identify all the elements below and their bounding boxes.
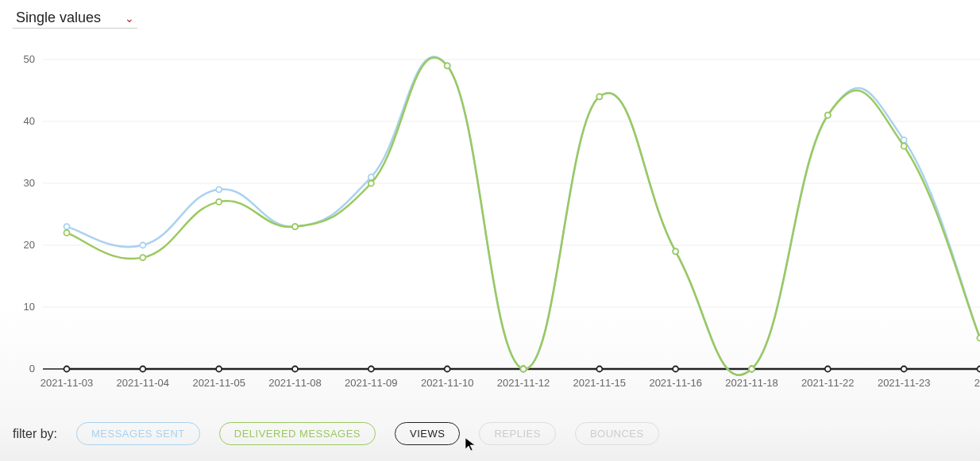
- svg-text:2021-11-12: 2021-11-12: [497, 377, 550, 389]
- data-point[interactable]: [825, 367, 831, 372]
- svg-text:20: 20: [974, 377, 980, 389]
- data-point[interactable]: [216, 367, 222, 372]
- data-point[interactable]: [216, 199, 222, 205]
- data-point[interactable]: [901, 144, 907, 149]
- svg-text:40: 40: [24, 115, 35, 127]
- data-point[interactable]: [368, 367, 374, 372]
- data-point[interactable]: [596, 367, 602, 372]
- chart: 010203040502021-11-032021-11-042021-11-0…: [11, 44, 980, 401]
- data-point[interactable]: [140, 367, 145, 372]
- svg-text:2021-11-15: 2021-11-15: [573, 377, 627, 389]
- data-point[interactable]: [978, 336, 981, 341]
- data-point[interactable]: [216, 186, 222, 192]
- filter-label: filter by:: [13, 427, 57, 441]
- data-point[interactable]: [978, 367, 981, 372]
- data-point[interactable]: [140, 255, 145, 260]
- svg-text:50: 50: [24, 53, 35, 65]
- svg-text:2021-11-04: 2021-11-04: [117, 377, 170, 389]
- data-point[interactable]: [445, 367, 450, 372]
- data-point[interactable]: [901, 367, 907, 372]
- data-point[interactable]: [64, 367, 70, 372]
- svg-text:0: 0: [29, 363, 35, 375]
- data-point[interactable]: [292, 367, 298, 372]
- data-point[interactable]: [445, 63, 450, 68]
- svg-text:2021-11-08: 2021-11-08: [268, 377, 322, 389]
- data-point[interactable]: [673, 248, 678, 254]
- filter-replies[interactable]: REPLIES: [479, 422, 555, 445]
- data-point[interactable]: [521, 367, 527, 372]
- series-messages-sent: [67, 56, 980, 375]
- data-point[interactable]: [673, 367, 678, 372]
- svg-text:2021-11-05: 2021-11-05: [192, 377, 245, 389]
- data-point[interactable]: [64, 230, 70, 236]
- chevron-down-icon: ⌄: [125, 12, 134, 25]
- filter-delivered-messages[interactable]: DELIVERED MESSAGES: [219, 422, 376, 445]
- svg-text:2021-11-03: 2021-11-03: [41, 377, 94, 389]
- filter-bar: filter by: MESSAGES SENT DELIVERED MESSA…: [13, 422, 659, 445]
- data-point[interactable]: [825, 113, 831, 118]
- mode-dropdown[interactable]: Single values ⌄: [13, 8, 137, 29]
- svg-text:2021-11-10: 2021-11-10: [421, 377, 474, 389]
- data-point[interactable]: [140, 243, 145, 248]
- filter-bounces[interactable]: BOUNCES: [575, 422, 659, 445]
- data-point[interactable]: [596, 94, 602, 99]
- svg-text:2021-11-16: 2021-11-16: [649, 377, 702, 389]
- svg-text:10: 10: [24, 301, 35, 313]
- svg-text:2021-11-23: 2021-11-23: [878, 377, 931, 389]
- filter-views[interactable]: VIEWS: [395, 422, 460, 445]
- data-point[interactable]: [368, 175, 374, 180]
- filter-messages-sent[interactable]: MESSAGES SENT: [76, 422, 200, 445]
- data-point[interactable]: [64, 224, 70, 229]
- svg-text:2021-11-18: 2021-11-18: [725, 377, 778, 389]
- svg-text:2021-11-22: 2021-11-22: [801, 377, 855, 389]
- svg-text:20: 20: [24, 239, 35, 251]
- data-point[interactable]: [292, 224, 298, 229]
- series-delivered-messages: [67, 57, 980, 375]
- dropdown-label: Single values: [16, 10, 101, 26]
- svg-text:2021-11-09: 2021-11-09: [345, 377, 398, 389]
- svg-text:30: 30: [24, 177, 35, 189]
- data-point[interactable]: [368, 181, 374, 186]
- data-point[interactable]: [749, 367, 754, 372]
